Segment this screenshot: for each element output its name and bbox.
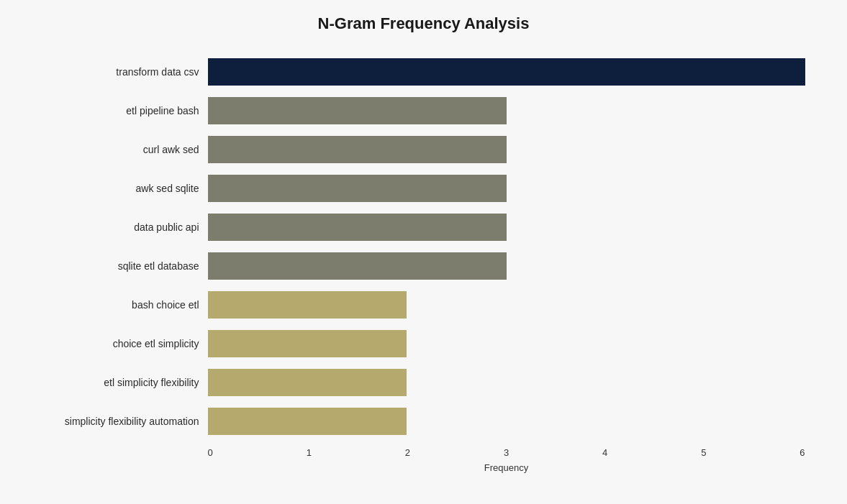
bar-label: etl simplicity flexibility [42,377,208,388]
chart-title: N-Gram Frequency Analysis [42,14,805,33]
bar-track [208,58,805,86]
bar-fill [208,408,407,435]
x-axis-ticks: 0123456 [208,447,805,458]
bar-label: choice etl simplicity [42,338,208,349]
bar-row: simplicity flexibility automation [42,403,805,440]
bar-track [208,175,805,202]
bar-label: sqlite etl database [42,260,208,272]
bar-track [208,330,805,357]
bar-row: etl simplicity flexibility [42,364,805,401]
x-tick: 1 [307,447,312,458]
x-axis: 0123456 [208,447,805,458]
bar-row: transform data csv [42,53,805,91]
bar-label: bash choice etl [42,299,208,311]
bar-row: etl pipeline bash [42,92,805,129]
chart-container: N-Gram Frequency Analysis transform data… [14,0,834,504]
bar-fill [208,97,507,124]
bar-row: awk sed sqlite [42,170,805,207]
bar-fill [208,252,507,280]
bar-label: simplicity flexibility automation [42,416,208,427]
bar-track [208,214,805,241]
x-tick: 6 [800,447,805,458]
bar-fill [208,369,407,396]
bar-track [208,252,805,280]
bar-fill [208,175,507,202]
bar-label: etl pipeline bash [42,105,208,116]
bar-track [208,408,805,435]
bar-track [208,369,805,396]
bar-label: awk sed sqlite [42,183,208,194]
bar-row: choice etl simplicity [42,325,805,362]
x-tick: 5 [701,447,706,458]
x-tick: 4 [602,447,607,458]
bar-row: curl awk sed [42,131,805,168]
x-tick: 0 [208,447,213,458]
x-axis-label: Frequency [208,462,805,473]
bar-track [208,291,805,319]
bar-fill [208,291,407,319]
bar-fill [208,214,507,241]
bar-fill [208,330,407,357]
bar-label: curl awk sed [42,144,208,155]
chart-area: transform data csvetl pipeline bashcurl … [42,53,805,441]
bar-track [208,97,805,124]
bar-row: bash choice etl [42,286,805,324]
bar-fill [208,136,507,163]
bar-label: transform data csv [42,66,208,78]
bar-label: data public api [42,221,208,233]
bar-row: sqlite etl database [42,247,805,285]
bar-track [208,136,805,163]
x-tick: 2 [405,447,410,458]
bar-fill [208,58,805,86]
bar-row: data public api [42,209,805,246]
x-tick: 3 [504,447,509,458]
